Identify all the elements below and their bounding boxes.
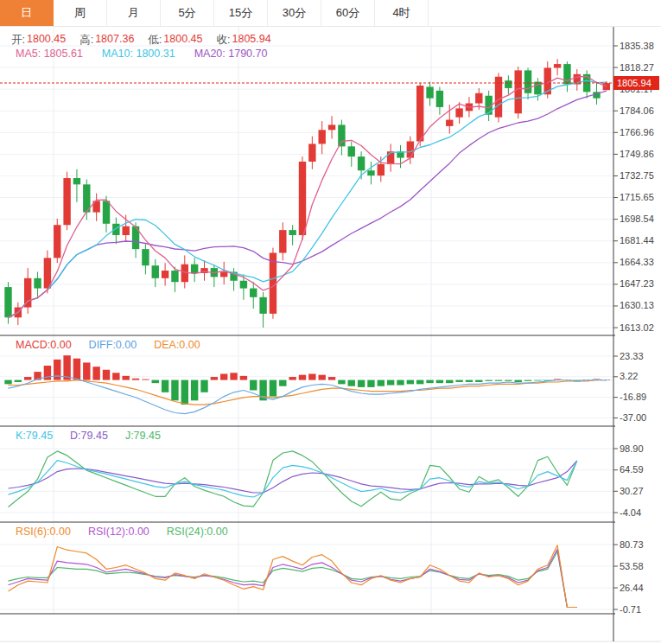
chart-region[interactable]: 开:1800.45 高:1807.36 低:1800.45 收:1805.94 …: [0, 26, 661, 644]
tab-15min[interactable]: 15分: [214, 0, 268, 26]
tab-week[interactable]: 周: [54, 0, 107, 26]
tab-60min[interactable]: 60分: [321, 0, 375, 26]
current-price-tag: 1805.94: [613, 76, 659, 90]
tab-30min[interactable]: 30分: [268, 0, 321, 26]
tab-month[interactable]: 月: [107, 0, 161, 26]
tab-day[interactable]: 日: [0, 0, 54, 26]
period-toolbar: 日 周 月 5分 15分 30分 60分 4时: [0, 0, 661, 27]
chart-canvas[interactable]: [0, 26, 661, 644]
tab-5min[interactable]: 5分: [161, 0, 214, 26]
tab-4hour[interactable]: 4时: [375, 0, 429, 26]
trading-chart-app: 日 周 月 5分 15分 30分 60分 4时 开:1800.45 高:1807…: [0, 0, 661, 644]
